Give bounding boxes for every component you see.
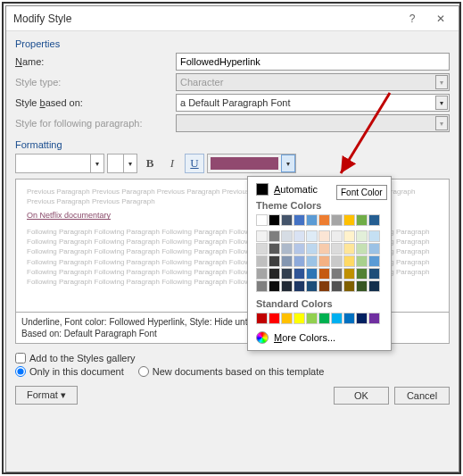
color-swatch[interactable] [318, 243, 330, 255]
color-swatch[interactable] [269, 255, 280, 267]
color-swatch[interactable] [256, 255, 268, 267]
font-family-dropdown[interactable]: ▾ [15, 154, 104, 173]
color-swatch[interactable] [356, 268, 368, 280]
color-swatch[interactable] [318, 214, 330, 226]
color-swatch[interactable] [356, 243, 368, 255]
color-swatch[interactable] [368, 268, 380, 280]
color-swatch[interactable] [256, 243, 268, 255]
format-button[interactable]: Format ▾ [15, 386, 78, 405]
only-doc-radio[interactable]: Only in this document [15, 366, 124, 377]
font-color-popup: Automatic Theme Colors Standard Colors M… [247, 176, 392, 351]
color-swatch[interactable] [368, 313, 380, 324]
color-swatch[interactable] [331, 230, 343, 242]
color-swatch[interactable] [306, 313, 318, 324]
color-swatch[interactable] [343, 214, 355, 226]
color-swatch[interactable] [318, 255, 330, 267]
color-swatch[interactable] [331, 268, 343, 280]
color-swatch[interactable] [331, 255, 343, 267]
bold-button[interactable]: B [140, 154, 160, 173]
color-swatch[interactable] [281, 243, 293, 255]
automatic-swatch [256, 183, 269, 196]
color-swatch[interactable] [318, 313, 330, 324]
color-swatch[interactable] [356, 255, 368, 267]
cancel-button[interactable]: Cancel [394, 387, 450, 405]
properties-header: Properties [15, 38, 450, 49]
font-color-tooltip: Font Color [336, 185, 387, 200]
add-gallery-checkbox[interactable]: Add to the Styles gallery [15, 353, 450, 363]
color-swatch[interactable] [318, 230, 330, 242]
color-swatch[interactable] [306, 280, 318, 292]
color-swatch[interactable] [256, 268, 268, 280]
color-swatch[interactable] [256, 230, 268, 242]
color-swatch[interactable] [256, 313, 268, 324]
color-swatch[interactable] [356, 280, 368, 292]
font-size-dropdown[interactable]: ▾ [107, 154, 137, 173]
color-swatch[interactable] [306, 243, 318, 255]
help-button[interactable]: ? [398, 7, 426, 30]
ok-button[interactable]: OK [334, 387, 389, 405]
color-swatch[interactable] [356, 230, 368, 242]
color-swatch[interactable] [368, 280, 380, 292]
name-input[interactable] [176, 53, 450, 71]
color-swatch[interactable] [331, 243, 343, 255]
color-swatch[interactable] [331, 280, 343, 292]
color-swatch[interactable] [306, 268, 318, 280]
annotation-arrow [327, 88, 399, 187]
color-swatch[interactable] [368, 214, 380, 226]
color-swatch[interactable] [343, 268, 355, 280]
color-swatch[interactable] [281, 280, 293, 292]
color-swatch[interactable] [306, 255, 318, 267]
color-swatch[interactable] [368, 230, 380, 242]
chevron-down-icon[interactable]: ▾ [281, 154, 295, 172]
color-swatch[interactable] [269, 280, 280, 292]
color-swatch[interactable] [343, 313, 355, 324]
color-swatch[interactable] [331, 214, 343, 226]
color-swatch[interactable] [368, 255, 380, 267]
color-swatch[interactable] [281, 230, 293, 242]
color-swatch[interactable] [306, 214, 318, 226]
color-swatch[interactable] [294, 313, 305, 324]
styletype-combo: Character▾ [176, 73, 450, 91]
color-swatch[interactable] [343, 230, 355, 242]
color-swatch[interactable] [269, 214, 280, 226]
color-swatch[interactable] [294, 255, 305, 267]
following-combo: ▾ [176, 114, 450, 132]
color-swatch[interactable] [281, 255, 293, 267]
color-swatch[interactable] [269, 243, 280, 255]
color-swatch[interactable] [269, 313, 280, 324]
color-swatch[interactable] [331, 313, 343, 324]
color-swatch[interactable] [294, 280, 305, 292]
following-label: Style for following paragraph: [15, 118, 176, 129]
color-swatch[interactable] [343, 243, 355, 255]
more-colors-item[interactable]: More Colors... [252, 329, 387, 347]
italic-button[interactable]: I [162, 154, 182, 173]
color-swatch[interactable] [343, 280, 355, 292]
color-swatch[interactable] [318, 280, 330, 292]
color-swatch[interactable] [294, 243, 305, 255]
color-swatch[interactable] [294, 230, 305, 242]
color-swatch[interactable] [306, 230, 318, 242]
basedon-combo[interactable]: a Default Paragraph Font▾ [176, 94, 450, 112]
color-swatch[interactable] [281, 214, 293, 226]
color-swatch[interactable] [256, 280, 268, 292]
underline-button[interactable]: U [185, 154, 204, 173]
color-swatch[interactable] [269, 230, 280, 242]
color-swatch[interactable] [356, 313, 368, 324]
color-swatch[interactable] [256, 214, 268, 226]
color-swatch[interactable] [343, 255, 355, 267]
color-swatch[interactable] [294, 214, 305, 226]
color-swatch[interactable] [269, 268, 280, 280]
new-docs-radio[interactable]: New documents based on this template [138, 366, 325, 377]
color-swatch[interactable] [281, 313, 293, 324]
add-gallery-input[interactable] [15, 353, 26, 363]
color-swatch[interactable] [281, 268, 293, 280]
font-color-dropdown[interactable]: ▾ [207, 154, 296, 173]
color-swatch[interactable] [368, 243, 380, 255]
close-button[interactable]: ✕ [426, 7, 455, 30]
standard-colors-header: Standard Colors [252, 296, 387, 311]
color-wheel-icon [256, 331, 269, 344]
color-swatch[interactable] [356, 214, 368, 226]
color-swatch[interactable] [294, 268, 305, 280]
theme-colors-top-row [252, 213, 387, 230]
color-swatch[interactable] [318, 268, 330, 280]
